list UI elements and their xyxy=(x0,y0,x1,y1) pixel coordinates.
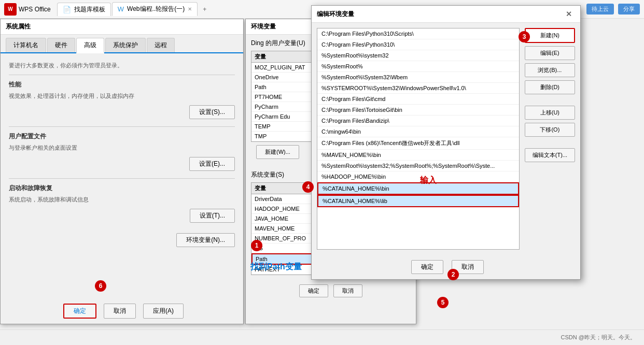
path-item-4[interactable]: %SystemRoot%\System32\Wbem xyxy=(317,72,519,83)
sys-props-tabs: 计算机名 硬件 高级 系统保护 远程 xyxy=(1,35,243,53)
perf-desc: 视觉效果，处理器计划，内存使用，以及虚拟内存 xyxy=(9,92,235,100)
edit-env-new-button[interactable]: 新建(N) xyxy=(525,28,575,43)
sys-cancel-button[interactable]: 取消 xyxy=(104,304,136,319)
path-item-13[interactable]: %HADOOP_HOME%\bin xyxy=(317,171,519,182)
sys-props-title: 系统属性 xyxy=(6,22,31,31)
path-item-2[interactable]: %SystemRoot%\system32 xyxy=(317,50,519,61)
env-vars-button[interactable]: 环境变量(N)... xyxy=(176,233,235,247)
path-item-11[interactable]: %MAVEN_HOME%\bin xyxy=(317,150,519,161)
tab-template[interactable]: 📄 找题库模板 xyxy=(57,3,111,16)
user-var-header-var: 变量 xyxy=(251,51,314,62)
close-button[interactable]: ✕ xyxy=(563,9,575,19)
tab-system-protection[interactable]: 系统保护 xyxy=(105,38,146,52)
edit-env-delete-button[interactable]: 删除(D) xyxy=(525,80,575,94)
sys-apply-button[interactable]: 应用(A) xyxy=(143,304,184,319)
close-icon[interactable]: ✕ xyxy=(188,6,192,12)
path-list[interactable]: C:\Program Files\Python310\Scripts\ C:\P… xyxy=(317,28,520,250)
wps-label: WPS Office xyxy=(19,6,51,13)
cloud-button[interactable]: 待上云 xyxy=(586,4,614,15)
path-item-0[interactable]: C:\Program Files\Python310\Scripts\ xyxy=(317,28,519,39)
startup-section: 启动和故障恢复 系统启动，系统故障和调试信息 设置(T)... xyxy=(9,184,235,223)
env-cancel-button[interactable]: 取消 xyxy=(333,284,362,297)
sys-ok-button[interactable]: 确定 xyxy=(63,304,96,319)
edit-env-bottom: 确定 取消 xyxy=(312,255,580,279)
tab1-label: 找题库模板 xyxy=(74,5,105,14)
edit-env-text-button[interactable]: 编辑文本(T)... xyxy=(525,148,575,162)
perf-settings-button[interactable]: 设置(S)... xyxy=(189,105,235,119)
path-item-3[interactable]: %SystemRoot% xyxy=(317,61,519,72)
edit-env-browse-button[interactable]: 浏览(B)... xyxy=(525,63,575,77)
startup-title: 启动和故障恢复 xyxy=(9,184,235,193)
bottom-text: CSDN @昨天；明天。今天。 xyxy=(561,334,636,341)
path-item-14[interactable]: %CATALINA_HOME%\bin xyxy=(317,182,519,195)
sys-props-content: 要进行大多数更改，你必须作为管理员登录。 性能 视觉效果，处理器计划，内存使用，… xyxy=(1,53,243,255)
annotation-6: 6 xyxy=(95,280,106,292)
env-bottom-btns: 确定 取消 xyxy=(246,279,416,303)
path-item-5[interactable]: %SYSTEMROOT%\System32\WindowsPowerShell\… xyxy=(317,83,519,94)
startup-settings-button[interactable]: 设置(T)... xyxy=(190,209,235,223)
edit-env-title-text: 编辑环境变量 xyxy=(317,10,354,19)
performance-section: 性能 视觉效果，处理器计划，内存使用，以及虚拟内存 设置(S)... xyxy=(9,80,235,119)
path-item-7[interactable]: C:\Program Files\TortoiseGit\bin xyxy=(317,105,519,116)
tab-advanced[interactable]: 高级 xyxy=(76,38,104,53)
edit-env-content: C:\Program Files\Python310\Scripts\ C:\P… xyxy=(312,23,580,255)
annotation-4: 4 xyxy=(302,181,314,193)
edit-env-title-bar: 编辑环境变量 ✕ xyxy=(312,6,580,23)
tab2-label: Web编程..轮报告(一) xyxy=(127,5,185,13)
path-item-9[interactable]: C:\mingw64\bin xyxy=(317,126,519,137)
bottom-bar: CSDN @昨天；明天。今天。 xyxy=(0,329,644,345)
tab-computer-name[interactable]: 计算机名 xyxy=(6,38,46,52)
path-item-8[interactable]: C:\Program Files\Bandizip\ xyxy=(317,116,519,126)
annotation-2: 2 xyxy=(447,269,459,280)
path-item-10[interactable]: C:\Program Files (x86)\Tencent\微信web开发者工… xyxy=(317,137,519,150)
taskbar-right: 待上云 分享 xyxy=(586,4,640,15)
profile-section: 用户配置文件 与登录帐户相关的桌面设置 设置(E)... xyxy=(9,132,235,171)
input-label: 输入 xyxy=(420,175,437,186)
share-button[interactable]: 分享 xyxy=(618,4,640,15)
tab-web[interactable]: W Web编程..轮报告(一) ✕ xyxy=(112,2,198,16)
sys-props-title-bar: 系统属性 xyxy=(1,19,243,35)
startup-desc: 系统启动，系统故障和调试信息 xyxy=(9,196,235,204)
edit-env-edit-button[interactable]: 编辑(E) xyxy=(525,46,575,60)
find-path-label: 找到Path变量 xyxy=(250,262,302,272)
profile-title: 用户配置文件 xyxy=(9,132,235,141)
wps-icon: W xyxy=(4,3,17,16)
annotation-5: 5 xyxy=(437,297,449,308)
system-properties-window: 系统属性 计算机名 硬件 高级 系统保护 远程 要进行大多数更改，你必须作为管理… xyxy=(0,19,244,324)
path-item-6[interactable]: C:\Program Files\Git\cmd xyxy=(317,94,519,105)
path-item-12[interactable]: %SystemRoot%\system32;%SystemRoot%;%Syst… xyxy=(317,161,519,171)
wps-logo: W WPS Office xyxy=(4,3,51,16)
tab-remote[interactable]: 远程 xyxy=(147,38,175,52)
perf-title: 性能 xyxy=(9,80,235,89)
profile-desc: 与登录帐户相关的桌面设置 xyxy=(9,144,235,152)
path-item-15[interactable]: %CATALINA_HOME%\lib xyxy=(317,195,519,207)
edit-env-ok-button[interactable]: 确定 xyxy=(411,260,443,274)
admin-note: 要进行大多数更改，你必须作为管理员登录。 xyxy=(9,62,235,69)
edit-env-down-button[interactable]: 下移(O) xyxy=(525,123,575,137)
user-new-button[interactable]: 新建(W)... xyxy=(256,145,299,159)
edit-env-window: 编辑环境变量 ✕ C:\Program Files\Python310\Scri… xyxy=(311,5,581,280)
env-title: 环境变量 xyxy=(251,22,276,31)
profile-settings-button[interactable]: 设置(E)... xyxy=(189,157,235,171)
path-item-1[interactable]: C:\Program Files\Python310\ xyxy=(317,39,519,50)
annotation-3: 3 xyxy=(519,31,530,42)
edit-env-side-buttons: 新建(N) 编辑(E) 浏览(B)... 删除(D) 上移(U) 下移(O) 编… xyxy=(525,23,580,255)
tab-hardware[interactable]: 硬件 xyxy=(47,38,75,52)
edit-env-up-button[interactable]: 上移(U) xyxy=(525,106,575,120)
add-tab-button[interactable]: + xyxy=(199,4,211,15)
env-ok-button[interactable]: 确定 xyxy=(299,284,328,297)
annotation-1: 1 xyxy=(251,240,262,251)
